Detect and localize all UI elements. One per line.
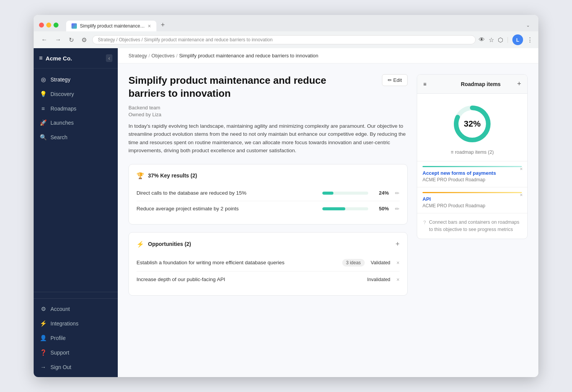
sidebar-item-account[interactable]: ⚙ Account bbox=[34, 302, 118, 316]
breadcrumb-objectives[interactable]: Objectives bbox=[151, 53, 175, 59]
account-icon: ⚙ bbox=[40, 306, 47, 312]
sidebar-item-signout[interactable]: → Sign Out bbox=[34, 360, 118, 374]
sidebar-item-profile[interactable]: 👤 Profile bbox=[34, 331, 118, 345]
star-icon[interactable]: ☆ bbox=[489, 36, 494, 44]
address-bar[interactable]: Strategy / Objectives / Simplify product… bbox=[92, 35, 476, 44]
add-opportunity-button[interactable]: + bbox=[395, 240, 400, 248]
progress-fill-1 bbox=[322, 192, 333, 195]
more-options-button[interactable]: ⚙ bbox=[79, 36, 89, 44]
description-text: In today's rapidly evolving tech landsca… bbox=[128, 122, 408, 155]
sidebar-item-launches[interactable]: 🚀 Launches bbox=[34, 115, 118, 130]
active-tab[interactable]: Simplify product maintenance… × bbox=[66, 21, 156, 31]
eye-icon[interactable]: 👁 bbox=[479, 36, 485, 43]
hint-text: Connect bars and containers on roadmaps … bbox=[429, 219, 521, 233]
breadcrumb-sep-1: / bbox=[148, 53, 150, 59]
edit-kr-2-button[interactable]: ✏ bbox=[395, 206, 400, 212]
edit-kr-1-button[interactable]: ✏ bbox=[395, 190, 400, 196]
roadmap-item-sub-2: ACME PRO Product Roadmap bbox=[422, 203, 522, 208]
roadmap-item-sub-1: ACME PRO Product Roadmap bbox=[422, 177, 522, 182]
signout-icon: → bbox=[40, 364, 47, 370]
opportunity-item-1: Establish a foundation for writing more … bbox=[136, 254, 400, 272]
opp-label-1: Establish a foundation for writing more … bbox=[136, 260, 338, 265]
opportunities-icon: ⚡ bbox=[136, 241, 144, 248]
sidebar-item-label-discovery: Discovery bbox=[50, 91, 74, 97]
roadmap-items-count: roadmap items (2) bbox=[455, 150, 494, 155]
trophy-icon: 🏆 bbox=[136, 172, 144, 179]
app-container: ≡ Acme Co. ‹ ◎ Strategy 💡 Discovery ≡ Ro… bbox=[34, 48, 538, 377]
roadmap-item-bar-1 bbox=[422, 166, 522, 167]
breadcrumb-strategy[interactable]: Strategy bbox=[128, 53, 147, 59]
roadmap-item-1: Accept new forms of payments ACME PRO Pr… bbox=[417, 161, 527, 187]
sidebar-item-label-integrations: Integrations bbox=[50, 320, 78, 327]
sidebar-logo-icon: ≡ bbox=[39, 55, 42, 62]
progress-pct-1: 24% bbox=[374, 190, 389, 196]
roadmap-item-title-2[interactable]: API bbox=[422, 196, 522, 202]
sidebar-item-label-search: Search bbox=[50, 134, 67, 140]
refresh-button[interactable]: ↻ bbox=[67, 36, 76, 44]
progress-fill-2 bbox=[322, 207, 345, 210]
connect-hint: ? Connect bars and containers on roadmap… bbox=[417, 213, 527, 239]
tab-title: Simplify product maintenance… bbox=[80, 23, 145, 29]
profile-icon: 👤 bbox=[40, 335, 47, 342]
sidebar-bottom: ⚙ Account ⚡ Integrations 👤 Profile ❓ Sup… bbox=[34, 292, 118, 377]
sidebar-collapse-button[interactable]: ‹ bbox=[106, 54, 112, 62]
toolbar-icons: 👁 ☆ ⬡ | L ⋮ bbox=[479, 34, 533, 45]
sidebar-item-discovery[interactable]: 💡 Discovery bbox=[34, 87, 118, 101]
add-roadmap-item-button[interactable]: + bbox=[517, 80, 521, 88]
extensions-icon[interactable]: ⬡ bbox=[498, 36, 503, 44]
forward-button[interactable]: → bbox=[53, 36, 63, 44]
roadmap-panel-title: Roadmap items bbox=[461, 81, 500, 87]
new-tab-button[interactable]: + bbox=[157, 19, 226, 31]
main-area: Strategy / Objectives / Simplify product… bbox=[118, 48, 538, 377]
right-panel: ≡ Roadmap items + bbox=[417, 74, 528, 366]
roadmap-items-icon: ≡ bbox=[451, 150, 453, 155]
sidebar: ≡ Acme Co. ‹ ◎ Strategy 💡 Discovery ≡ Ro… bbox=[34, 48, 118, 377]
user-avatar[interactable]: L bbox=[512, 34, 523, 45]
roadmap-items-label: ≡ roadmap items (2) bbox=[451, 150, 494, 155]
key-result-label-2: Reduce average project estimate by 2 poi… bbox=[136, 206, 316, 211]
donut-chart: 32% bbox=[451, 103, 493, 145]
sidebar-item-label-strategy: Strategy bbox=[50, 76, 70, 83]
chart-area: 32% ≡ roadmap items (2) bbox=[417, 94, 527, 161]
tab-close-icon[interactable]: × bbox=[148, 23, 151, 29]
tab-favicon bbox=[72, 23, 77, 29]
sidebar-item-search[interactable]: 🔍 Search bbox=[34, 130, 118, 145]
roadmap-item-close-1[interactable]: × bbox=[520, 166, 523, 172]
progress-bar-2 bbox=[322, 207, 368, 210]
roadmaps-icon: ≡ bbox=[40, 105, 47, 112]
sidebar-item-label-support: Support bbox=[50, 350, 69, 356]
sidebar-item-roadmaps[interactable]: ≡ Roadmaps bbox=[34, 101, 118, 115]
strategy-icon: ◎ bbox=[40, 76, 47, 83]
back-button[interactable]: ← bbox=[39, 36, 50, 44]
sidebar-item-integrations[interactable]: ⚡ Integrations bbox=[34, 316, 118, 331]
menu-icon[interactable]: ⋮ bbox=[527, 36, 533, 44]
divider: | bbox=[507, 36, 509, 43]
edit-button[interactable]: ✏ Edit bbox=[382, 74, 408, 86]
tl-yellow[interactable] bbox=[46, 23, 51, 28]
opportunities-section: ⚡ Opportunities (2) + Establish a founda… bbox=[128, 232, 408, 296]
breadcrumb-current: Simplify product maintenance and reduce … bbox=[179, 53, 318, 59]
roadmap-item-2: API ACME PRO Product Roadmap × bbox=[417, 187, 527, 213]
sidebar-item-support[interactable]: ❓ Support bbox=[34, 345, 118, 360]
roadmap-item-bar-2 bbox=[422, 192, 522, 193]
discovery-icon: 💡 bbox=[40, 91, 47, 98]
sidebar-item-strategy[interactable]: ◎ Strategy bbox=[34, 72, 118, 87]
progress-pct-2: 50% bbox=[374, 206, 389, 211]
expand-button[interactable]: ⌄ bbox=[523, 21, 533, 29]
tl-green[interactable] bbox=[54, 23, 58, 28]
sidebar-item-label-profile: Profile bbox=[50, 335, 66, 341]
opportunities-title: Opportunities (2) bbox=[148, 241, 191, 247]
traffic-lights bbox=[39, 23, 58, 28]
browser-titlebar: Simplify product maintenance… × + ⌄ bbox=[34, 15, 538, 31]
search-icon: 🔍 bbox=[40, 134, 47, 141]
roadmap-panel-header-icon: ≡ bbox=[423, 81, 426, 87]
integrations-icon: ⚡ bbox=[40, 320, 47, 327]
tl-red[interactable] bbox=[39, 23, 44, 28]
remove-opp-1-button[interactable]: × bbox=[396, 260, 400, 266]
sidebar-header: ≡ Acme Co. ‹ bbox=[34, 48, 118, 68]
remove-opp-2-button[interactable]: × bbox=[396, 277, 400, 283]
roadmap-item-title-1[interactable]: Accept new forms of payments bbox=[422, 170, 522, 176]
roadmap-item-close-2[interactable]: × bbox=[520, 192, 523, 198]
ideas-badge-1[interactable]: 3 ideas bbox=[342, 259, 365, 267]
sidebar-divider bbox=[34, 298, 118, 299]
